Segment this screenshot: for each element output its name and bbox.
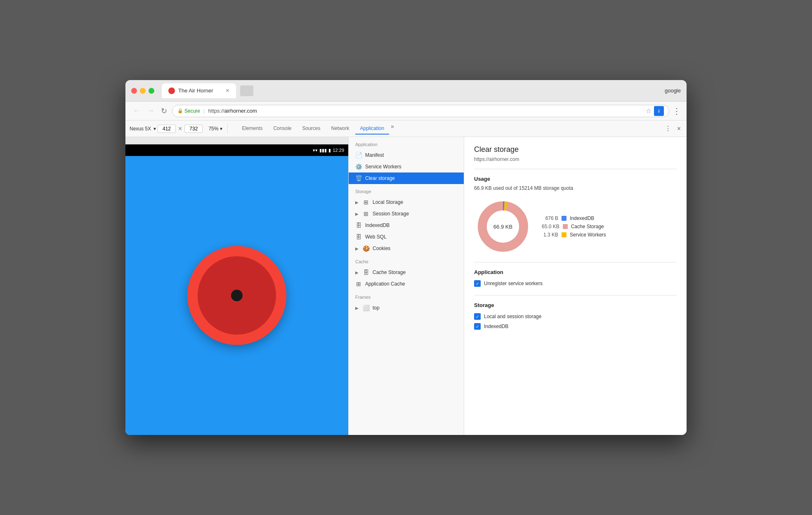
- usage-section-title: Usage: [474, 176, 677, 182]
- tab-close-button[interactable]: ×: [226, 87, 229, 94]
- tab-network[interactable]: Network: [326, 123, 354, 135]
- zoom-value: 75%: [208, 126, 218, 132]
- devtools-toolbar: Nexus 5X ▾ × 75% ▾ Elements Console Sour…: [125, 120, 687, 137]
- sidebar-web-sql-label: Web SQL: [365, 234, 387, 240]
- devtools-icons: ⋮ ×: [663, 123, 682, 134]
- extension-button[interactable]: i: [654, 106, 664, 116]
- checkbox-indexeddb[interactable]: ✓ IndexedDB: [474, 321, 677, 331]
- sidebar-item-cache-storage[interactable]: ▶ 🗄 Cache Storage: [349, 267, 464, 278]
- cache-storage-icon: 🗄: [363, 269, 369, 276]
- panel-subtitle: https://airhorner.com: [474, 156, 677, 162]
- devtools-separator: [227, 124, 228, 134]
- sidebar-cache-label: Cache: [349, 254, 464, 267]
- url-text: https://airhorner.com: [208, 108, 257, 114]
- device-selector[interactable]: Nexus 5X ▾: [130, 126, 156, 132]
- phone-status-bar: ▾▾ ▮▮▮ ▮ 12:29: [125, 144, 348, 156]
- sidebar-item-application-cache[interactable]: ⊞ Application Cache: [349, 278, 464, 290]
- sidebar-item-indexeddb[interactable]: 🗄 IndexedDB: [349, 220, 464, 231]
- secure-badge: Secure: [177, 108, 200, 114]
- sidebar-local-storage-label: Local Storage: [373, 199, 403, 205]
- legend-cache-value: 65.0 KB: [542, 224, 559, 229]
- checkbox-sw-icon: ✓: [474, 280, 481, 287]
- legend-indexeddb-label: IndexedDB: [570, 215, 594, 221]
- legend-item-indexeddb: 676 B IndexedDB: [542, 215, 606, 221]
- sidebar-frames-label: Frames: [349, 290, 464, 302]
- traffic-lights: [131, 88, 154, 94]
- panel-sidebar: Application 📄 Manifest ⚙️ Service Worker…: [349, 137, 464, 435]
- sidebar-top-frame-label: top: [373, 305, 380, 311]
- secure-text: Secure: [184, 108, 200, 114]
- tab-console[interactable]: Console: [268, 123, 296, 135]
- new-tab-button[interactable]: [240, 85, 253, 96]
- checkbox-unregister-sw[interactable]: ✓ Unregister service workers: [474, 279, 677, 288]
- phone-screen: ▾▾ ▮▮▮ ▮ 12:29: [125, 144, 348, 435]
- browser-menu-button[interactable]: ⋮: [673, 106, 681, 116]
- checkbox-local-session-icon: ✓: [474, 313, 481, 320]
- local-storage-icon: ⊞: [363, 199, 369, 206]
- sidebar-item-top-frame[interactable]: ▶ ⬜ top: [349, 302, 464, 314]
- legend-cache-label: Cache Storage: [571, 224, 604, 229]
- sidebar-item-web-sql[interactable]: 🗄 Web SQL: [349, 231, 464, 243]
- tab-sources[interactable]: Sources: [297, 123, 325, 135]
- zoom-selector[interactable]: 75% ▾: [208, 126, 222, 132]
- panel-content: Application 📄 Manifest ⚙️ Service Worker…: [349, 137, 687, 435]
- browser-viewport: ▾▾ ▮▮▮ ▮ 12:29: [125, 137, 348, 435]
- checkbox-local-session-storage[interactable]: ✓ Local and session storage: [474, 312, 677, 321]
- signal-icon: ▮▮▮: [319, 148, 327, 153]
- browser-tab[interactable]: The Air Horner ×: [162, 83, 236, 98]
- tab-application[interactable]: Application: [355, 123, 389, 135]
- sidebar-item-service-workers[interactable]: ⚙️ Service Workers: [349, 161, 464, 172]
- device-dropdown-icon: ▾: [153, 126, 156, 132]
- top-frame-icon: ⬜: [363, 305, 369, 311]
- viewport-width-input[interactable]: [158, 125, 176, 133]
- sidebar-session-storage-label: Session Storage: [373, 211, 409, 217]
- close-traffic-light[interactable]: [131, 88, 137, 94]
- more-tabs-icon[interactable]: »: [391, 123, 394, 135]
- storage-section-title: Storage: [474, 302, 677, 308]
- web-sql-icon: 🗄: [355, 234, 362, 240]
- refresh-button[interactable]: ↻: [159, 105, 169, 117]
- horn-middle-ring: [198, 256, 276, 335]
- more-menu-button[interactable]: ⋮: [663, 123, 673, 134]
- sidebar-item-local-storage[interactable]: ▶ ⊞ Local Storage: [349, 196, 464, 208]
- sidebar-item-manifest[interactable]: 📄 Manifest: [349, 149, 464, 161]
- ruler-marks: [125, 137, 348, 144]
- panel-main: Clear storage https://airhorner.com Usag…: [464, 137, 687, 435]
- time-display: 12:29: [333, 148, 344, 153]
- legend-cache-color: [563, 224, 568, 229]
- bookmark-icon[interactable]: ☆: [646, 107, 651, 115]
- divider-2: [474, 262, 677, 262]
- tab-elements[interactable]: Elements: [237, 123, 267, 135]
- manifest-icon: 📄: [355, 152, 362, 158]
- sidebar-item-clear-storage[interactable]: 🗑️ Clear storage: [349, 172, 464, 184]
- forward-button[interactable]: →: [145, 105, 156, 117]
- address-bar: ← → ↻ Secure | https://airhorner.com ☆ i…: [125, 102, 687, 120]
- checkbox-indexeddb-icon: ✓: [474, 323, 481, 330]
- url-bar[interactable]: Secure | https://airhorner.com ☆ i: [172, 105, 669, 117]
- usage-text: 66.9 KB used out of 15214 MB storage quo…: [474, 185, 677, 191]
- main-content: ▾▾ ▮▮▮ ▮ 12:29: [125, 137, 687, 435]
- dimension-separator: ×: [178, 125, 182, 132]
- session-storage-icon: ⊞: [363, 210, 369, 217]
- maximize-traffic-light[interactable]: [149, 88, 154, 94]
- ruler-horizontal: [125, 137, 348, 144]
- application-section-title: Application: [474, 269, 677, 275]
- sidebar-indexeddb-label: IndexedDB: [365, 222, 389, 228]
- service-workers-icon: ⚙️: [355, 163, 362, 170]
- sidebar-storage-label: Storage: [349, 184, 464, 196]
- sidebar-cache-storage-label: Cache Storage: [373, 269, 406, 275]
- close-devtools-button[interactable]: ×: [675, 123, 682, 134]
- app-checkboxes: ✓ Unregister service workers: [474, 279, 677, 288]
- horn-container: [125, 156, 348, 435]
- url-prefix: https://: [208, 108, 224, 114]
- devtools-panel: Application 📄 Manifest ⚙️ Service Worker…: [348, 137, 687, 435]
- top-frame-arrow: ▶: [355, 306, 359, 310]
- cookies-icon: 🍪: [363, 245, 369, 252]
- sidebar-item-cookies[interactable]: ▶ 🍪 Cookies: [349, 243, 464, 254]
- minimize-traffic-light[interactable]: [140, 88, 146, 94]
- back-button[interactable]: ←: [131, 105, 142, 117]
- horn-outer-ring: [187, 246, 286, 345]
- sidebar-item-session-storage[interactable]: ▶ ⊞ Session Storage: [349, 208, 464, 220]
- viewport-height-input[interactable]: [184, 125, 203, 133]
- legend-item-cache-storage: 65.0 KB Cache Storage: [542, 224, 606, 229]
